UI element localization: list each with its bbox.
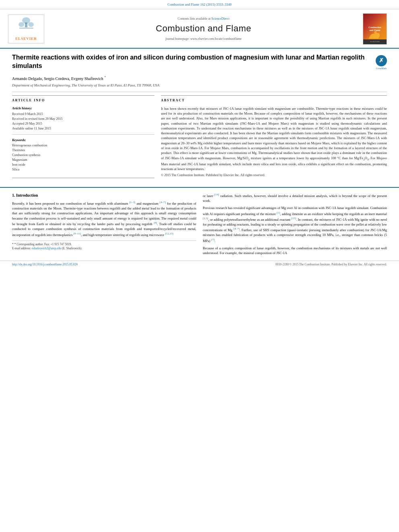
elsevier-emblem-icon (15, 16, 37, 35)
crossmark-badge[interactable]: ✗ CrossMark (376, 55, 387, 70)
body-text-area: 1. Introduction Recently, it has been pr… (0, 193, 399, 258)
ref-2-3: [2,3] (203, 217, 208, 220)
journal-homepage: journal homepage: www.elsevier.com/locat… (44, 37, 363, 41)
keyword-5: Iron oxide (12, 162, 154, 167)
cover-bottom-bar: ELSEVIER (363, 39, 387, 44)
journal-cover: Combustion and Flame ELSEVIER (363, 13, 391, 45)
crossmark-icon: ✗ (379, 57, 384, 65)
authors-text: Armando Delgado, Sergio Cordova, Evgeny … (12, 76, 106, 81)
abstract-header: Abstract (161, 98, 387, 103)
journal-header: ELSEVIER Contents lists available at Sci… (0, 9, 399, 49)
page: Combustion and Flame 162 (2015) 3333–334… (0, 0, 399, 532)
available-date: Available online 11 June 2015 (12, 126, 154, 131)
footnote-email-link[interactable]: eshafirovich2@utep.edu (32, 246, 61, 250)
journal-center: Contents lists available at ScienceDirec… (44, 16, 363, 41)
cover-image: Combustion and Flame ELSEVIER (363, 13, 387, 45)
authors-line: Armando Delgado, Sergio Cordova, Evgeny … (12, 75, 387, 81)
svg-rect-5 (19, 28, 33, 29)
svg-point-4 (28, 22, 34, 27)
issn-text: 0010-2180/© 2015 The Combustion Institut… (276, 263, 387, 267)
intro-para-4: Because of a complex composition of luna… (203, 246, 387, 256)
intro-para-1: Recently, it has been proposed to use co… (12, 200, 196, 237)
top-citation-bar: Combustion and Flame 162 (2015) 3333–334… (0, 0, 399, 9)
crossmark-label: CrossMark (376, 67, 387, 70)
intro-para-3: Previous research has revealed significa… (203, 205, 387, 243)
svg-rect-2 (25, 23, 27, 27)
article-info-box: Article Info Article history: Received 9… (12, 95, 154, 178)
ref-4-7: [4–7] (160, 201, 166, 204)
science-direct-link[interactable]: ScienceDirect (212, 17, 230, 21)
elsevier-logo-area: ELSEVIER (8, 14, 44, 43)
crossmark-circle: ✗ (376, 55, 387, 66)
received-date: Received 9 March 2015 (12, 112, 154, 117)
elsevier-text-label: ELSEVIER (11, 36, 41, 41)
history-label: Article history: (12, 106, 154, 111)
article-history-section: Article history: Received 9 March 2015 R… (12, 106, 154, 131)
ref-15: [15] (291, 217, 296, 220)
main-content: Thermite reactions with oxides of iron a… (0, 49, 399, 182)
body-col-right: or laser [14] radiation. Such studies, h… (203, 193, 387, 258)
journal-title: Combustion and Flame (44, 23, 363, 35)
info-divider (12, 134, 154, 135)
ref-12-13: [12,13] (165, 232, 173, 235)
affiliation-line: Department of Mechanical Engineering, Th… (12, 83, 387, 88)
divider-after-authors (12, 92, 387, 92)
footnote-corresponding: * * Corresponding author. Fax: +1 915 74… (12, 242, 196, 247)
abstract-copyright: © 2015 The Combustion Institute. Publish… (161, 173, 387, 177)
keyword-3: Combustion synthesis (12, 153, 154, 158)
body-separator (0, 187, 399, 188)
accepted-date: Accepted 29 May 2015 (12, 121, 154, 126)
footnote-corresponding-text: * Corresponding author. Fax: +1 915 747 … (14, 242, 72, 246)
keyword-1: Heterogeneous combustion (12, 143, 154, 148)
article-title: Thermite reactions with oxides of iron a… (12, 53, 372, 70)
cover-bottom-text: ELSEVIER (370, 40, 380, 43)
footnote-email-name: (E. Shafirovich). (62, 246, 82, 250)
keyword-2: Thermites (12, 148, 154, 153)
top-citation-text: Combustion and Flame 162 (2015) 3333–334… (167, 2, 231, 6)
insitu-italic: in situ (62, 222, 71, 226)
corresponding-asterisk: * (104, 75, 106, 79)
ref-7: [7] (211, 238, 214, 241)
footnote-section: * * Corresponding author. Fax: +1 915 74… (12, 240, 196, 251)
revised-date: Received in revised form 29 May 2015 (12, 117, 154, 121)
keyword-6: Silica (12, 167, 154, 172)
ref-1-3: [1–3] (129, 201, 135, 204)
footnote-email-label: E-mail address: (12, 246, 31, 250)
article-info-abstract-row: Article Info Article history: Received 9… (12, 95, 387, 178)
article-title-section: Thermite reactions with oxides of iron a… (12, 53, 387, 72)
contents-label: Contents lists available at (178, 17, 211, 21)
section-1-title: 1. Introduction (12, 193, 196, 198)
doi-link[interactable]: http://dx.doi.org/10.1016/j.combustflame… (12, 263, 78, 267)
keywords-section: Keywords: Heterogeneous combustion Therm… (12, 138, 154, 172)
abstract-column: Abstract It has been shown recently that… (161, 95, 387, 178)
cover-flame-icon (367, 31, 383, 39)
ref-14: [14] (214, 193, 219, 196)
article-info-header: Article Info (12, 98, 154, 103)
elsevier-logo-box: ELSEVIER (8, 14, 44, 43)
intro-para-2: or laser [14] radiation. Such studies, h… (203, 193, 387, 203)
footnote-email-line: E-mail address: eshafirovich2@utep.edu (… (12, 246, 196, 251)
ref-4-7b: [4–7] (234, 227, 240, 230)
ref-8: [8] (154, 221, 157, 224)
ref-1: [1] (277, 211, 280, 214)
article-info-column: Article Info Article history: Received 9… (12, 95, 154, 178)
bottom-bar: http://dx.doi.org/10.1016/j.combustflame… (0, 261, 399, 269)
science-direct-line: Contents lists available at ScienceDirec… (44, 16, 363, 21)
abstract-italic-insitu: in situ (173, 111, 182, 115)
ref-9-11: [9–11] (74, 232, 81, 235)
abstract-box: Abstract It has been shown recently that… (161, 95, 387, 177)
abstract-text: It has been shown recently that mixtures… (161, 106, 387, 172)
keywords-label: Keywords: (12, 138, 154, 142)
body-col-left: 1. Introduction Recently, it has been pr… (12, 193, 196, 258)
keyword-4: Magnesium (12, 158, 154, 162)
svg-point-3 (19, 22, 24, 27)
